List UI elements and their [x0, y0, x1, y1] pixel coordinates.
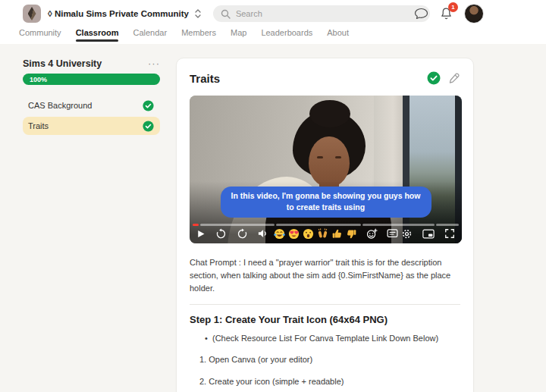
- progress-label: 100%: [30, 76, 47, 83]
- tab-leaderboards[interactable]: Leaderboards: [261, 27, 312, 37]
- video-caption: In this video, I'm gonna be showing you …: [221, 187, 431, 218]
- user-avatar[interactable]: [464, 4, 484, 24]
- video-player[interactable]: In this video, I'm gonna be showing you …: [190, 96, 462, 243]
- community-name: ◊ Nimalu Sims Private Community: [48, 9, 189, 18]
- volume-button[interactable]: [258, 228, 270, 239]
- add-reaction-icon[interactable]: [366, 228, 378, 240]
- raised-hands-emoji[interactable]: [317, 228, 328, 240]
- fullscreen-icon[interactable]: [444, 228, 455, 239]
- edit-pencil-icon[interactable]: [448, 72, 460, 84]
- tab-community[interactable]: Community: [19, 27, 61, 37]
- video-bottom-gradient: [190, 96, 462, 243]
- tab-members[interactable]: Members: [181, 27, 216, 37]
- step1-list: • (Check Resource List For Canva Templat…: [190, 333, 460, 392]
- course-title: Sims 4 University: [23, 58, 102, 69]
- video-controls: [190, 225, 462, 243]
- course-menu-button[interactable]: ···: [148, 61, 160, 67]
- completed-check-icon: [143, 121, 154, 132]
- thumbs-down-emoji[interactable]: [346, 228, 357, 240]
- app-header: ◊ Nimalu Sims Private Community 1: [0, 0, 546, 27]
- list-item: 1. Open Canva (or your editor): [190, 354, 460, 365]
- list-item-text: 1. Open Canva (or your editor): [199, 354, 312, 365]
- list-item-text: 2. Create your icon (simple + readable): [199, 376, 344, 387]
- notification-badge: 1: [448, 2, 458, 12]
- plumbob-icon: [28, 7, 36, 20]
- bullet-marker: •: [205, 333, 212, 343]
- section-divider: [190, 304, 460, 305]
- content-area: Sims 4 University ··· 100% CAS Backgroun…: [0, 44, 546, 392]
- header-icons: 1: [414, 0, 484, 27]
- thumbs-up-emoji[interactable]: [331, 228, 343, 240]
- tab-calendar[interactable]: Calendar: [133, 27, 167, 37]
- reaction-bar: [274, 228, 398, 240]
- updown-chevron-icon: [194, 8, 202, 19]
- lesson-item-label: Traits: [28, 121, 49, 130]
- course-progress-bar: 100%: [23, 74, 160, 85]
- lesson-card: Traits In this video, I'm gonna be showi…: [176, 58, 474, 392]
- completed-check-icon: [143, 100, 154, 111]
- play-button[interactable]: [196, 229, 206, 239]
- laughing-emoji[interactable]: [274, 228, 285, 240]
- notifications-button[interactable]: 1: [440, 7, 453, 20]
- search-icon: [221, 9, 231, 19]
- sidebar-item-traits[interactable]: Traits: [23, 117, 160, 135]
- lesson-title: Traits: [190, 72, 419, 85]
- settings-gear-icon[interactable]: [401, 228, 413, 240]
- search-input[interactable]: [236, 9, 422, 18]
- chat-button[interactable]: [414, 8, 428, 20]
- surprised-emoji[interactable]: [303, 228, 314, 240]
- heart-eyes-emoji[interactable]: [288, 228, 300, 240]
- tab-classroom[interactable]: Classroom: [76, 27, 119, 37]
- tab-map[interactable]: Map: [231, 27, 246, 37]
- main-nav: Community Classroom Calendar Members Map…: [0, 27, 546, 44]
- search-bar[interactable]: [213, 5, 430, 22]
- community-switcher[interactable]: ◊ Nimalu Sims Private Community: [48, 8, 202, 19]
- sidebar-item-cas-background[interactable]: CAS Background: [23, 96, 160, 114]
- rewind-button[interactable]: [215, 228, 227, 240]
- comments-icon[interactable]: [387, 228, 398, 239]
- list-item-text: (Check Resource List For Canva Template …: [212, 333, 438, 343]
- list-item: • (Check Resource List For Canva Templat…: [190, 333, 460, 343]
- chat-prompt-text: Chat Prompt : I need a "prayer warrior" …: [190, 256, 462, 295]
- step1-heading: Step 1: Create Your Trait Icon (64x64 PN…: [190, 314, 460, 325]
- course-sidebar: Sims 4 University ··· 100% CAS Backgroun…: [23, 58, 160, 135]
- forward-button[interactable]: [237, 228, 248, 240]
- pip-icon[interactable]: [422, 229, 435, 239]
- list-item: 2. Create your icon (simple + readable): [190, 376, 460, 387]
- tab-about[interactable]: About: [327, 27, 349, 37]
- lesson-item-label: CAS Background: [28, 101, 92, 110]
- lesson-complete-check-icon[interactable]: [427, 71, 441, 85]
- community-logo[interactable]: [23, 5, 41, 23]
